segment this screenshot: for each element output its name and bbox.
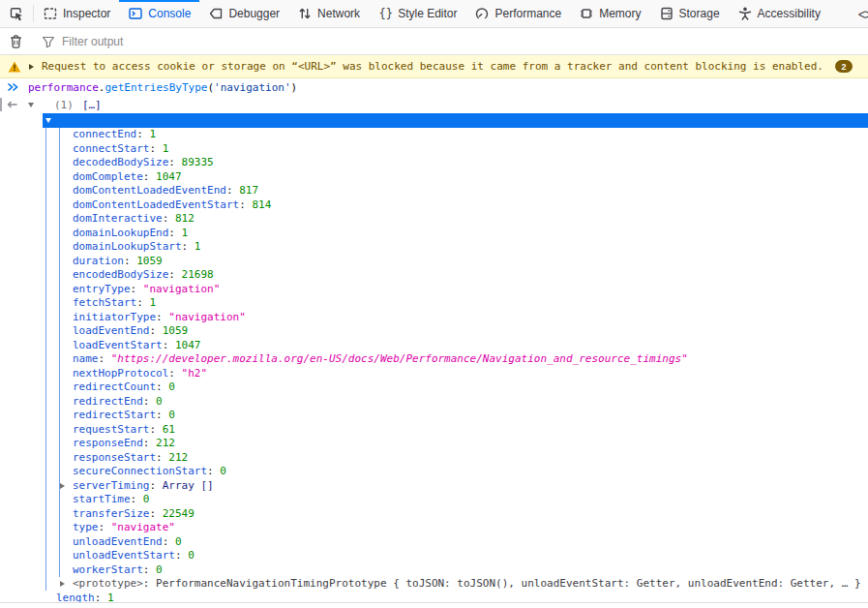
property-row-connectStart[interactable]: connectStart: 1 xyxy=(0,142,868,157)
property-row-redirectEnd[interactable]: redirectEnd: 0 xyxy=(0,395,868,410)
property-name: requestStart xyxy=(73,423,149,436)
property-row-redirectCount[interactable]: redirectCount: 0 xyxy=(0,380,868,395)
property-row-domContentLoadedEventEnd[interactable]: domContentLoadedEventEnd: 817 xyxy=(0,184,868,198)
property-name: entryType xyxy=(73,283,131,295)
property-row-serverTiming[interactable]: serverTiming: Array [] xyxy=(0,479,868,494)
property-value: 0 xyxy=(175,535,182,548)
colon: : xyxy=(131,283,143,295)
property-row-initiatorType[interactable]: initiatorType: "navigation" xyxy=(0,311,868,325)
console-input-area[interactable] xyxy=(0,603,868,608)
property-value: 0 xyxy=(156,395,163,408)
property-row-domInteractive[interactable]: domInteractive: 812 xyxy=(0,212,868,227)
property-name: domainLookupEnd xyxy=(73,227,168,239)
property-value: 1047 xyxy=(175,339,201,351)
colon: : xyxy=(207,465,220,477)
property-row-redirectStart[interactable]: redirectStart: 0 xyxy=(0,409,868,423)
property-value: "navigation" xyxy=(168,311,245,323)
property-value: 1 xyxy=(195,240,201,253)
colon: : xyxy=(149,507,162,520)
colon: : xyxy=(239,198,252,211)
property-row-type[interactable]: type: "navigate" xyxy=(0,521,868,535)
property-row-entryType[interactable]: entryType: "navigation" xyxy=(0,283,868,297)
colon: : xyxy=(124,255,136,267)
warning-message-row[interactable]: Request to access cookie or storage on “… xyxy=(0,55,868,78)
tab-storage[interactable]: Storage xyxy=(650,0,729,27)
expand-caret-icon[interactable] xyxy=(29,64,34,70)
tab-accessibility[interactable]: Accessibility xyxy=(729,0,829,27)
tab-label: Console xyxy=(148,7,191,20)
clear-console-button[interactable] xyxy=(0,34,31,49)
property-value: 21698 xyxy=(182,268,214,281)
tab-network[interactable]: Network xyxy=(288,0,369,27)
filter-funnel-icon xyxy=(42,35,55,48)
colon: : xyxy=(149,324,162,337)
property-name: responseStart xyxy=(73,451,156,464)
property-value: 89335 xyxy=(182,156,214,168)
property-row-requestStart[interactable]: requestStart: 61 xyxy=(0,423,868,438)
property-row-responseStart[interactable]: responseStart: 212 xyxy=(0,451,868,466)
evaluation-result-row[interactable]: (1) […] xyxy=(0,96,868,113)
property-value: 1059 xyxy=(136,255,163,267)
overflow-chevrons-icon[interactable]: <> xyxy=(858,0,868,28)
property-row-duration[interactable]: duration: 1059 xyxy=(0,255,868,269)
property-row-loadEventStart[interactable]: loadEventStart: 1047 xyxy=(0,339,868,353)
storage-icon xyxy=(659,6,674,21)
property-row-connectEnd[interactable]: connectEnd: 1 xyxy=(0,128,868,142)
property-name: redirectEnd xyxy=(73,395,143,408)
tab-performance[interactable]: Performance xyxy=(465,0,570,27)
property-name: domainLookupStart xyxy=(73,240,182,253)
tab-style-editor[interactable]: {}Style Editor xyxy=(369,0,465,27)
property-row-unloadEventEnd[interactable]: unloadEventEnd: 0 xyxy=(0,535,868,550)
property-row-domainLookupEnd[interactable]: domainLookupEnd: 1 xyxy=(0,227,868,241)
property-value: 817 xyxy=(239,184,258,197)
expand-caret-icon[interactable] xyxy=(60,483,65,489)
property-row-transferSize[interactable]: transferSize: 22549 xyxy=(0,507,868,522)
property-row-fetchStart[interactable]: fetchStart: 1 xyxy=(0,296,868,311)
tab-console[interactable]: Console xyxy=(119,0,199,27)
property-name: unloadEventStart xyxy=(73,549,175,562)
property-value: "https://developer.mozilla.org/en-US/doc… xyxy=(111,352,688,365)
property-row-encodedBodySize[interactable]: encodedBodySize: 21698 xyxy=(0,268,868,283)
element-picker-button[interactable] xyxy=(0,0,33,27)
property-row-startTime[interactable]: startTime: 0 xyxy=(0,493,868,507)
property-row-domainLookupStart[interactable]: domainLookupStart: 1 xyxy=(0,240,868,255)
prototype-row[interactable]: <prototype>: PerformanceNavigationTiming… xyxy=(0,577,868,592)
expand-caret-icon[interactable] xyxy=(60,581,65,587)
property-value: 0 xyxy=(143,493,150,505)
property-row-secureConnectionStart[interactable]: secureConnectionStart: 0 xyxy=(0,465,868,479)
filter-output-input[interactable]: Filter output xyxy=(42,35,868,48)
property-name: unloadEventEnd xyxy=(73,535,163,548)
property-value: 1 xyxy=(149,296,156,309)
property-value: 1047 xyxy=(156,170,182,183)
property-row-loadEventEnd[interactable]: loadEventEnd: 1059 xyxy=(0,324,868,339)
tab-label: Memory xyxy=(599,7,641,20)
array-preview-label: […] xyxy=(82,99,102,111)
tab-label: Accessibility xyxy=(758,7,821,20)
property-name: domComplete xyxy=(73,170,143,183)
property-row-domComplete[interactable]: domComplete: 1047 xyxy=(0,170,868,185)
property-row-workerStart[interactable]: workerStart: 0 xyxy=(0,563,868,578)
collapse-caret-icon[interactable] xyxy=(28,103,34,107)
property-row-nextHopProtocol[interactable]: nextHopProtocol: "h2" xyxy=(0,367,868,381)
property-name: fetchStart xyxy=(73,296,136,309)
evaluated-command-row[interactable]: performance.getEntriesByType('navigation… xyxy=(0,78,868,96)
colon: : xyxy=(182,240,195,253)
colon: : xyxy=(156,380,168,393)
property-value: 22549 xyxy=(163,507,195,520)
property-name: startTime xyxy=(73,493,131,505)
collapse-caret-icon[interactable] xyxy=(45,118,51,123)
tab-inspector[interactable]: Inspector xyxy=(34,0,119,27)
selected-object-row[interactable]: 0:PerformanceNavigationTiming xyxy=(43,113,868,128)
tab-label: Storage xyxy=(679,7,720,20)
code-punct: ) xyxy=(291,81,298,94)
tab-debugger[interactable]: Debugger xyxy=(199,0,288,27)
property-row-domContentLoadedEventStart[interactable]: domContentLoadedEventStart: 814 xyxy=(0,198,868,213)
property-row-decodedBodySize[interactable]: decodedBodySize: 89335 xyxy=(0,156,868,170)
tab-memory[interactable]: Memory xyxy=(570,0,649,27)
property-row-unloadEventStart[interactable]: unloadEventStart: 0 xyxy=(0,549,868,563)
property-name: type xyxy=(73,521,99,533)
colon: : xyxy=(156,409,168,421)
property-row-name[interactable]: name: "https://developer.mozilla.org/en-… xyxy=(0,352,868,367)
inspector-icon xyxy=(43,6,58,21)
property-row-responseEnd[interactable]: responseEnd: 212 xyxy=(0,437,868,451)
